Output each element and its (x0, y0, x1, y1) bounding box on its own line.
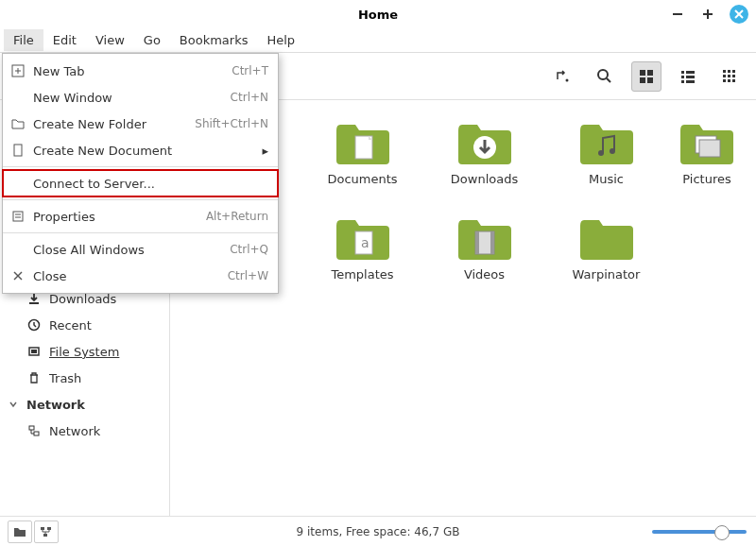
menu-item-new-window[interactable]: New Window Ctrl+N (3, 84, 278, 111)
svg-rect-29 (31, 350, 37, 353)
menu-separator (3, 199, 278, 200)
svg-rect-21 (723, 75, 726, 77)
folder-downloads[interactable]: Downloads (433, 119, 536, 186)
svg-rect-43 (475, 231, 479, 254)
menu-item-new-tab[interactable]: New Tab Ctrl+T (3, 58, 278, 84)
toggle-location-icon (555, 68, 572, 85)
folder-label: Templates (331, 267, 393, 282)
folder-music[interactable]: Music (555, 119, 658, 186)
folder-icon (455, 119, 515, 166)
network-icon (26, 423, 42, 438)
menu-bookmarks[interactable]: Bookmarks (170, 29, 258, 51)
svg-point-36 (598, 150, 604, 156)
menu-item-accel: Ctrl+Q (230, 243, 268, 256)
sidebar-item-network[interactable]: Network (0, 418, 169, 444)
folder-videos[interactable]: Videos (433, 214, 536, 291)
svg-rect-14 (681, 76, 684, 78)
blank-icon (10, 242, 26, 257)
folder-icon: a (333, 214, 393, 262)
sidebar-item-trash[interactable]: Trash (0, 365, 169, 391)
menu-item-close-all[interactable]: Close All Windows Ctrl+Q (3, 236, 278, 263)
folder-icon (576, 214, 637, 262)
list-view-button[interactable] (673, 61, 703, 92)
menu-separator (3, 232, 278, 233)
search-icon (596, 68, 613, 85)
menu-item-create-folder[interactable]: Create New Folder Shift+Ctrl+N (3, 111, 278, 137)
menu-item-connect-server[interactable]: Connect to Server... (3, 170, 278, 196)
svg-rect-31 (34, 432, 39, 435)
maximize-icon (701, 8, 714, 21)
folder-label: Music (589, 172, 624, 186)
menu-edit[interactable]: Edit (43, 29, 86, 51)
compact-view-icon (721, 68, 738, 85)
svg-rect-10 (640, 77, 645, 83)
folder-label: Pictures (682, 172, 730, 186)
menu-item-accel: Shift+Ctrl+N (195, 117, 268, 130)
sidebar-item-label: Trash (49, 371, 81, 385)
trash-icon (26, 370, 42, 385)
folder-templates[interactable]: a Templates (311, 214, 414, 291)
icon-view-button[interactable] (631, 61, 662, 92)
menu-item-label: Close (33, 269, 220, 283)
menu-item-create-document[interactable]: Create New Document ▸ (3, 137, 278, 163)
svg-rect-13 (686, 71, 695, 74)
sidebar-group-network[interactable]: Network (0, 391, 169, 418)
minimize-button[interactable] (669, 6, 686, 23)
svg-rect-11 (647, 77, 653, 83)
svg-rect-44 (490, 231, 494, 254)
tree-toggle-button[interactable] (34, 520, 59, 543)
menubar: File Edit View Go Bookmarks Help (0, 28, 756, 53)
svg-rect-17 (686, 80, 695, 83)
menu-item-properties[interactable]: Properties Alt+Return (3, 203, 278, 230)
blank-icon (10, 176, 26, 191)
menu-help[interactable]: Help (257, 29, 304, 51)
new-tab-icon (10, 63, 26, 78)
menu-go[interactable]: Go (134, 29, 170, 51)
document-icon (10, 143, 26, 158)
folder-pictures[interactable]: Pictures (677, 119, 737, 186)
close-icon (734, 9, 744, 19)
folder-label: Documents (327, 172, 397, 186)
menu-item-accel: Alt+Return (206, 210, 268, 223)
svg-rect-23 (732, 75, 735, 77)
places-toggle-button[interactable] (8, 520, 32, 543)
maximize-button[interactable] (699, 6, 716, 23)
svg-rect-9 (647, 70, 653, 76)
places-icon (13, 526, 26, 537)
svg-point-6 (598, 70, 608, 79)
menu-item-label: Properties (33, 210, 198, 224)
folder-warpinator[interactable]: Warpinator (555, 214, 658, 291)
toggle-location-button[interactable] (548, 61, 578, 92)
svg-point-37 (610, 148, 615, 154)
statusbar-left (8, 520, 59, 543)
x-icon (10, 268, 26, 283)
folder-icon (10, 116, 26, 131)
folder-icon (333, 119, 393, 166)
sidebar-item-filesystem[interactable]: File System (0, 338, 169, 365)
folder-label: Videos (464, 267, 505, 282)
folder-icon (455, 214, 515, 262)
svg-rect-52 (13, 212, 23, 221)
search-button[interactable] (590, 61, 620, 92)
minimize-icon (671, 8, 684, 21)
folder-label: Downloads (451, 172, 518, 186)
sidebar-group-label: Network (26, 398, 85, 412)
close-button[interactable] (730, 5, 748, 24)
menu-item-close[interactable]: Close Ctrl+W (3, 263, 278, 289)
menu-item-accel: Ctrl+N (231, 91, 268, 104)
menu-separator (3, 166, 278, 167)
svg-rect-15 (686, 76, 695, 78)
menu-view[interactable]: View (86, 29, 134, 51)
folder-documents[interactable]: Documents (311, 119, 414, 186)
zoom-slider[interactable] (652, 530, 747, 534)
sidebar-item-recent[interactable]: Recent (0, 312, 169, 338)
menu-item-label: Close All Windows (33, 243, 222, 257)
compact-view-button[interactable] (714, 61, 745, 92)
menu-file[interactable]: File (4, 29, 43, 51)
titlebar: Home (0, 0, 756, 28)
file-menu-dropdown: New Tab Ctrl+T New Window Ctrl+N Create … (2, 53, 279, 294)
svg-line-7 (607, 78, 610, 82)
window-title: Home (358, 8, 398, 22)
menu-item-label: Create New Folder (33, 117, 187, 131)
menu-item-label: New Tab (33, 64, 224, 78)
